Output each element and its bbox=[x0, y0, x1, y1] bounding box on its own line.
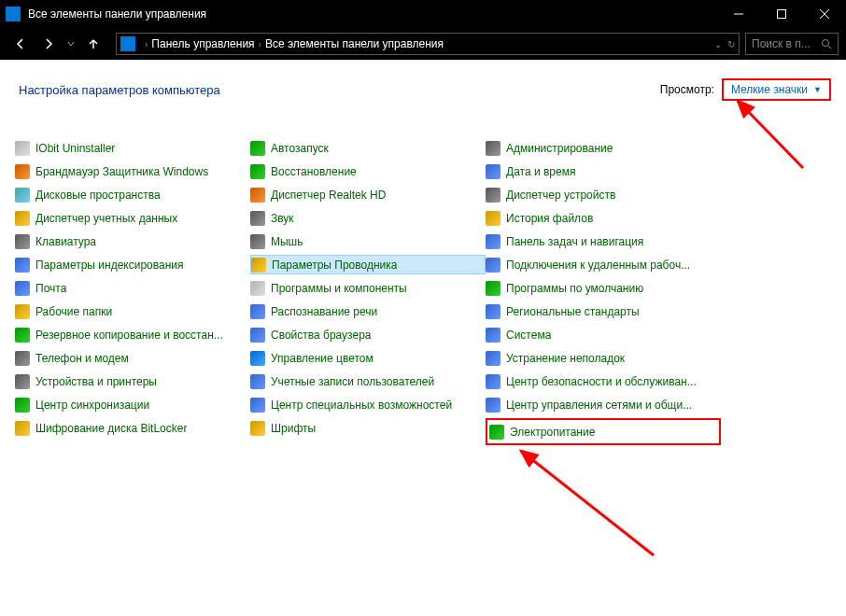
control-panel-item[interactable]: Центр специальных возможностей bbox=[250, 395, 486, 414]
chevron-down-icon[interactable]: ⌄ bbox=[714, 39, 722, 49]
up-button[interactable] bbox=[80, 32, 106, 56]
item-label: Восстановление bbox=[271, 165, 357, 178]
control-panel-item[interactable]: Центр синхронизации bbox=[15, 395, 250, 414]
item-label: Устранение неполадок bbox=[506, 352, 625, 365]
control-panel-item[interactable]: Панель задач и навигация bbox=[486, 231, 721, 251]
maximize-button[interactable] bbox=[760, 0, 803, 28]
control-panel-item[interactable]: Система bbox=[486, 325, 721, 344]
item-label: Панель задач и навигация bbox=[506, 235, 643, 248]
content-header: Настройка параметров компьютера Просмотр… bbox=[15, 78, 831, 101]
breadcrumb-sep: › bbox=[259, 39, 261, 49]
control-panel-item[interactable]: Параметры Проводника bbox=[250, 255, 486, 274]
minimize-button[interactable] bbox=[717, 0, 760, 28]
item-label: Автозапуск bbox=[271, 142, 329, 155]
control-panel-item[interactable]: Администрирование bbox=[486, 138, 721, 158]
item-label: Региональные стандарты bbox=[506, 305, 640, 318]
refresh-icon[interactable]: ↻ bbox=[727, 39, 735, 49]
control-panel-item[interactable]: Устройства и принтеры bbox=[15, 371, 250, 391]
item-label: Распознавание речи bbox=[271, 305, 377, 318]
item-label: Управление цветом bbox=[271, 352, 374, 365]
search-input[interactable]: Поиск в п... bbox=[745, 33, 839, 55]
breadcrumb-seg[interactable]: Панель управления bbox=[151, 37, 254, 50]
item-icon bbox=[486, 281, 501, 296]
item-icon bbox=[486, 398, 501, 413]
control-panel-item[interactable]: Управление цветом bbox=[250, 348, 486, 368]
control-panel-item[interactable]: Устранение неполадок bbox=[486, 348, 721, 368]
item-icon bbox=[250, 328, 265, 343]
item-label: Программы по умолчанию bbox=[506, 282, 643, 295]
control-panel-item[interactable]: Центр управления сетями и общи... bbox=[486, 395, 721, 414]
item-label: Центр безопасности и обслуживан... bbox=[506, 375, 697, 388]
item-label: Шрифты bbox=[271, 422, 316, 435]
control-panel-item[interactable]: Региональные стандарты bbox=[486, 301, 721, 321]
window-controls bbox=[717, 0, 846, 28]
close-button[interactable] bbox=[803, 0, 846, 28]
item-icon bbox=[250, 234, 265, 249]
svg-line-5 bbox=[828, 46, 831, 49]
control-panel-item[interactable]: Параметры индексирования bbox=[15, 255, 250, 274]
control-panel-item[interactable]: Шифрование диска BitLocker bbox=[15, 418, 250, 438]
breadcrumb-sep: › bbox=[145, 39, 148, 49]
control-panel-item[interactable]: Диспетчер устройств bbox=[486, 185, 721, 204]
control-panel-item[interactable]: Брандмауэр Защитника Windows bbox=[15, 161, 250, 181]
control-panel-item[interactable]: Почта bbox=[15, 278, 250, 298]
item-label: Диспетчер Realtek HD bbox=[271, 189, 386, 202]
control-panel-item[interactable]: Учетные записи пользователей bbox=[250, 371, 486, 391]
control-panel-item[interactable]: Клавиатура bbox=[15, 231, 250, 251]
control-panel-item[interactable]: Центр безопасности и обслуживан... bbox=[486, 371, 721, 391]
control-panel-item[interactable]: Электропитание bbox=[489, 422, 717, 441]
control-panel-item[interactable]: Восстановление bbox=[250, 161, 486, 181]
item-label: Брандмауэр Защитника Windows bbox=[35, 165, 208, 178]
item-label: Параметры Проводника bbox=[272, 259, 397, 272]
item-icon bbox=[251, 258, 266, 273]
item-label: Мышь bbox=[271, 235, 303, 248]
item-icon bbox=[250, 211, 265, 226]
item-icon bbox=[250, 421, 265, 436]
item-icon bbox=[15, 328, 30, 343]
view-value-text: Мелкие значки bbox=[731, 83, 808, 96]
control-panel-item[interactable]: Звук bbox=[250, 208, 486, 228]
control-panel-item[interactable]: Дисковые пространства bbox=[15, 185, 250, 204]
back-button[interactable] bbox=[7, 32, 34, 56]
item-icon bbox=[486, 234, 501, 249]
item-icon bbox=[15, 188, 30, 203]
item-icon bbox=[15, 374, 30, 389]
control-panel-item[interactable]: Программы и компоненты bbox=[250, 278, 486, 298]
item-icon bbox=[250, 281, 265, 296]
item-label: Дисковые пространства bbox=[35, 189, 161, 202]
control-panel-item[interactable]: Резервное копирование и восстан... bbox=[15, 325, 250, 344]
address-bar[interactable]: › Панель управления › Все элементы панел… bbox=[116, 33, 740, 55]
item-label: Подключения к удаленным рабоч... bbox=[506, 259, 690, 272]
item-label: Учетные записи пользователей bbox=[271, 375, 434, 388]
control-panel-item[interactable]: Рабочие папки bbox=[15, 301, 250, 321]
page-title: Настройка параметров компьютера bbox=[19, 83, 220, 97]
control-panel-item[interactable]: Программы по умолчанию bbox=[486, 278, 721, 298]
control-panel-item[interactable]: Шрифты bbox=[250, 418, 486, 438]
item-icon bbox=[250, 141, 265, 156]
item-icon bbox=[15, 281, 30, 296]
control-panel-item[interactable]: Диспетчер учетных данных bbox=[15, 208, 250, 228]
control-panel-item[interactable]: Автозапуск bbox=[250, 138, 486, 158]
view-dropdown[interactable]: Мелкие значки ▼ bbox=[722, 78, 831, 101]
forward-button[interactable] bbox=[35, 32, 62, 56]
item-icon bbox=[486, 211, 501, 226]
item-icon bbox=[250, 304, 265, 319]
breadcrumb-seg[interactable]: Все элементы панели управления bbox=[265, 37, 444, 50]
nav-bar: › Панель управления › Все элементы панел… bbox=[0, 28, 846, 60]
control-panel-item[interactable]: Свойства браузера bbox=[250, 325, 486, 344]
control-panel-item[interactable]: Телефон и модем bbox=[15, 348, 250, 368]
control-panel-item[interactable]: Мышь bbox=[250, 231, 486, 251]
history-dropdown[interactable] bbox=[63, 32, 78, 56]
item-label: Диспетчер устройств bbox=[506, 189, 615, 202]
item-icon bbox=[15, 258, 30, 273]
item-label: Дата и время bbox=[506, 165, 575, 178]
control-panel-item[interactable]: Распознавание речи bbox=[250, 301, 486, 321]
item-icon bbox=[15, 141, 30, 156]
item-label: Программы и компоненты bbox=[271, 282, 407, 295]
item-icon bbox=[15, 398, 30, 413]
control-panel-item[interactable]: IObit Uninstaller bbox=[15, 138, 250, 158]
control-panel-item[interactable]: История файлов bbox=[486, 208, 721, 228]
control-panel-item[interactable]: Дата и время bbox=[486, 161, 721, 181]
control-panel-item[interactable]: Подключения к удаленным рабоч... bbox=[486, 255, 721, 274]
control-panel-item[interactable]: Диспетчер Realtek HD bbox=[250, 185, 486, 204]
